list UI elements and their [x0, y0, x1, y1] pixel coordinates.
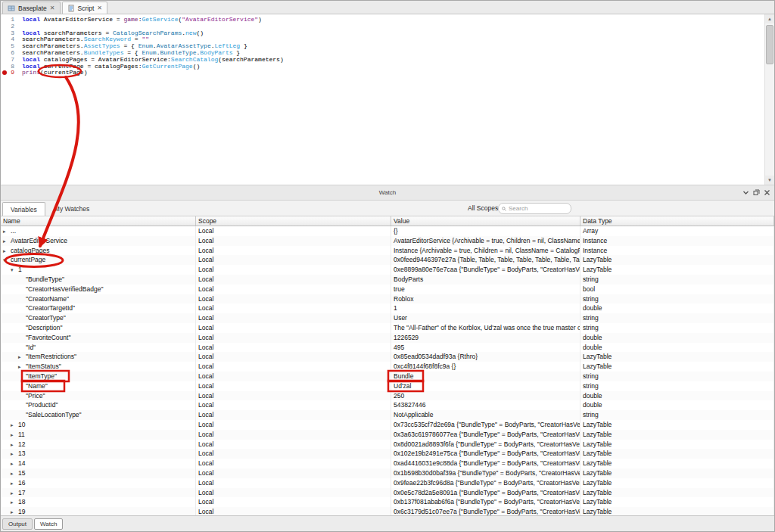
tab-watch[interactable]: Watch	[34, 518, 63, 530]
scroll-up-icon[interactable]: ▲	[765, 14, 774, 23]
table-row[interactable]: "CreatorName"LocalRobloxstring	[1, 294, 774, 304]
table-row[interactable]: "Name"LocalUd'zalstring	[1, 381, 774, 391]
variable-scope: Local	[196, 352, 391, 362]
code-line[interactable]: local AvatarEditorService = game:GetServ…	[22, 17, 774, 23]
line-number[interactable]: 8	[1, 64, 19, 70]
search-input[interactable]	[509, 205, 568, 212]
chevron-right-icon[interactable]: ▸	[11, 479, 18, 488]
editor-scrollbar[interactable]: ▲ ▼	[764, 14, 774, 185]
code-token: CatalogSearchParams	[113, 30, 182, 36]
table-row[interactable]: ▸17Local0x0e5c78d2a5e8091a {"BundleType"…	[1, 488, 774, 498]
code-editor[interactable]: 123456789 local AvatarEditorService = ga…	[1, 14, 774, 185]
line-number[interactable]: 4	[1, 36, 19, 43]
variable-value: 0x85ead0534dadf93a {Rthro}	[391, 352, 580, 362]
line-number[interactable]: 1	[1, 17, 19, 23]
table-row[interactable]: ▸19Local0x6c3179d51c07ee7a {"BundleType"…	[1, 507, 774, 515]
table-row[interactable]: ▸13Local0x102e19b2491e75ca {"BundleType"…	[1, 449, 774, 459]
table-row[interactable]: ▸18Local0xb137f081abab6f6a {"BundleType"…	[1, 497, 774, 507]
tab-variables[interactable]: Variables	[2, 202, 45, 216]
search-box[interactable]	[498, 203, 571, 214]
table-row[interactable]: "BundleType"LocalBodyPartsstring	[1, 275, 774, 285]
watch-titlebar[interactable]: Watch	[1, 185, 774, 201]
chevron-right-icon[interactable]: ▸	[11, 508, 18, 515]
variable-datatype: LazyTable	[580, 497, 774, 507]
table-row[interactable]: "ProductId"Local543827446double	[1, 400, 774, 410]
line-number[interactable]: 5	[1, 43, 19, 50]
column-header-datatype[interactable]: Data Type	[580, 216, 774, 226]
code-lines[interactable]: local AvatarEditorService = game:GetServ…	[22, 14, 774, 76]
table-row[interactable]: ▸AvatarEditorServiceLocalAvatarEditorSer…	[1, 236, 774, 246]
table-row[interactable]: "CreatorType"LocalUserstring	[1, 313, 774, 323]
column-header-scope[interactable]: Scope	[196, 216, 391, 226]
close-icon[interactable]	[764, 189, 770, 196]
table-row[interactable]: "Id"Local495double	[1, 343, 774, 353]
table-row[interactable]: ▸"ItemStatus"Local0xc4f8144f68f8fc9a {}L…	[1, 362, 774, 372]
chevron-right-icon[interactable]: ▸	[11, 459, 18, 468]
variable-datatype: LazyTable	[580, 352, 774, 362]
table-row[interactable]: ▸15Local0x1b598b30d0baf39a {"BundleType"…	[1, 468, 774, 478]
variable-scope: Local	[196, 255, 391, 265]
table-row[interactable]: ▸16Local0x9feae22b3fc96d8a {"BundleType"…	[1, 478, 774, 488]
scrollbar-thumb[interactable]	[766, 25, 773, 64]
code-token: local	[22, 16, 40, 23]
table-row[interactable]: "FavoriteCount"Local1226529double	[1, 333, 774, 343]
table-row[interactable]: ▾currentPageLocal0x0feed9446397e27a {Tab…	[1, 255, 774, 265]
code-token: }	[233, 49, 241, 56]
variable-value: 1	[391, 303, 580, 313]
breakpoint-icon[interactable]	[2, 70, 7, 75]
code-line[interactable]: local currentPage = catalogPages:GetCurr…	[22, 64, 774, 70]
chevron-down-icon[interactable]: ▾	[3, 256, 11, 265]
line-number[interactable]: 6	[1, 50, 19, 57]
table-row[interactable]: "Description"LocalThe "All-Father" of th…	[1, 323, 774, 333]
scroll-down-icon[interactable]: ▼	[765, 176, 774, 185]
table-row[interactable]: ▸10Local0x73cc535cf7d2e69a {"BundleType"…	[1, 420, 774, 430]
table-row[interactable]: ▸12Local0x8d0021ad8893f6fa {"BundleType"…	[1, 440, 774, 450]
table-row[interactable]: "ItemType"LocalBundlestring	[1, 372, 774, 381]
table-row[interactable]: ▸11Local0x3a63c619786077ea {"BundleType"…	[1, 430, 774, 440]
chevron-right-icon[interactable]: ▸	[18, 353, 26, 362]
line-number[interactable]: 2	[1, 23, 19, 30]
table-row[interactable]: ▾1Local0xe8899a80e76e7caa {"BundleType" …	[1, 265, 774, 275]
line-number[interactable]: 9	[1, 70, 19, 76]
table-row[interactable]: ▸"ItemRestrictions"Local0x85ead0534dadf9…	[1, 352, 774, 362]
chevron-right-icon[interactable]: ▸	[11, 489, 18, 498]
variable-name: 15	[18, 469, 25, 477]
table-row[interactable]: "CreatorTargetId"Local1double	[1, 303, 774, 313]
variable-name: 11	[18, 431, 25, 438]
chevron-right-icon[interactable]: ▸	[3, 237, 11, 246]
chevron-right-icon[interactable]: ▸	[11, 431, 18, 440]
tab-output[interactable]: Output	[2, 518, 33, 530]
column-header-name[interactable]: Name	[1, 216, 196, 226]
table-row[interactable]: ▸catalogPagesLocalInstance {Archivable =…	[1, 246, 774, 256]
scope-filter-dropdown[interactable]: All Scopes	[468, 204, 498, 212]
column-header-value[interactable]: Value	[391, 216, 580, 226]
chevron-right-icon[interactable]: ▸	[3, 247, 11, 256]
chevron-down-icon[interactable]	[742, 189, 749, 196]
variable-scope: Local	[196, 275, 391, 285]
chevron-right-icon[interactable]: ▸	[11, 498, 18, 507]
close-tab-icon[interactable]: ✕	[50, 5, 55, 11]
chevron-right-icon[interactable]: ▸	[11, 450, 18, 459]
line-number[interactable]: 3	[1, 30, 19, 37]
code-line[interactable]: print(currentPage)	[22, 70, 774, 76]
line-number[interactable]: 7	[1, 57, 19, 64]
chevron-down-icon[interactable]: ▾	[11, 266, 18, 275]
tab-script[interactable]: Script ✕	[62, 2, 107, 14]
variable-datatype: double	[580, 400, 774, 410]
chevron-right-icon[interactable]: ▸	[11, 421, 18, 430]
table-row[interactable]: "Price"Local250double	[1, 391, 774, 401]
table-row[interactable]: ▸...Local{}Array	[1, 226, 774, 236]
chevron-right-icon[interactable]: ▸	[3, 227, 11, 236]
table-row[interactable]: "SaleLocationType"LocalNotApplicablestri…	[1, 410, 774, 420]
chevron-right-icon[interactable]: ▸	[11, 469, 18, 478]
chevron-right-icon[interactable]: ▸	[11, 440, 18, 450]
variable-scope: Local	[196, 246, 391, 256]
float-window-icon[interactable]	[753, 189, 760, 196]
chevron-right-icon[interactable]: ▸	[18, 362, 26, 372]
table-row[interactable]: ▸14Local0xad4416031e9c88da {"BundleType"…	[1, 459, 774, 468]
table-row[interactable]: "CreatorHasVerifiedBadge"Localtruebool	[1, 285, 774, 294]
close-tab-icon[interactable]: ✕	[97, 5, 102, 11]
variable-name-cell: "CreatorType"	[1, 313, 196, 323]
tab-baseplate[interactable]: Baseplate ✕	[2, 2, 61, 14]
tab-my-watches[interactable]: My Watches	[47, 202, 97, 216]
